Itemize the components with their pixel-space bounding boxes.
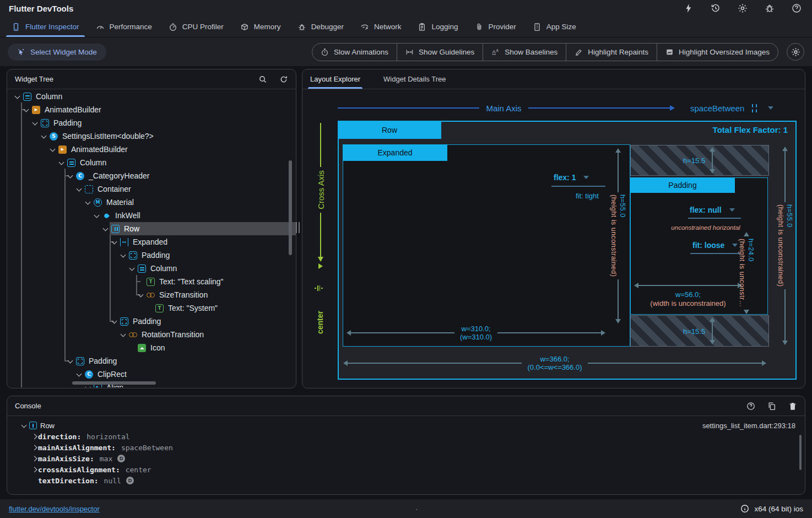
select-widget-mode-button[interactable]: Select Widget Mode	[8, 44, 106, 61]
chevron-right-icon[interactable]	[30, 466, 38, 473]
slow-animations-button[interactable]: Slow Animations	[312, 44, 397, 61]
tab-network[interactable]: Network	[352, 17, 410, 37]
tree-item[interactable]: _CategoryHeader	[7, 169, 296, 182]
widget-tree-scroll-area[interactable]: Column AnimatedBuilder	[7, 90, 296, 387]
chevron-down-icon[interactable]	[58, 159, 66, 166]
property-value: null	[104, 477, 121, 485]
highlight-repaints-button[interactable]: Highlight Repaints	[566, 44, 657, 61]
chevron-down-icon[interactable]	[14, 93, 21, 100]
tab-provider[interactable]: Provider	[467, 17, 524, 37]
chevron-down-icon[interactable]	[102, 225, 110, 233]
tree-item[interactable]: Padding	[7, 354, 296, 368]
tree-item[interactable]: Icon	[7, 341, 296, 354]
chevron-down-icon[interactable]	[23, 106, 30, 114]
tree-item[interactable]: AnimatedBuilder	[7, 143, 296, 156]
chevron-down-icon[interactable]	[31, 119, 39, 127]
show-guidelines-button[interactable]: Show Guidelines	[397, 44, 483, 61]
tab-cpu-profiler[interactable]: CPU Profiler	[160, 17, 232, 37]
settings-gear-icon[interactable]	[737, 3, 748, 14]
main-axis-alignment-dropdown[interactable]: spaceBetween	[690, 102, 773, 114]
tab-memory[interactable]: Memory	[232, 17, 289, 37]
vertical-scrollbar[interactable]	[289, 160, 292, 255]
padding-widget-tab[interactable]: Padding	[630, 177, 735, 193]
tree-item[interactable]: Column	[7, 90, 296, 103]
chevron-down-icon[interactable]	[84, 198, 92, 206]
tab-logging[interactable]: Logging	[409, 17, 466, 37]
chevron-down-icon[interactable]	[67, 172, 74, 180]
clear-console-icon[interactable]	[788, 402, 797, 411]
search-icon[interactable]	[258, 75, 267, 84]
tree-item[interactable]: Padding	[7, 315, 296, 328]
source-location-link[interactable]: settings_list_item.dart:293:18	[702, 422, 805, 430]
tree-item[interactable]: Padding	[7, 116, 296, 130]
chevron-down-icon[interactable]	[111, 238, 118, 246]
chevron-down-icon[interactable]	[67, 357, 74, 365]
history-icon[interactable]	[710, 3, 721, 14]
console-property-row[interactable]: mainAxisAlignment: spaceBetween	[7, 442, 805, 453]
tab-widget-details-tree[interactable]: Widget Details Tree	[383, 69, 446, 89]
tab-flutter-inspector[interactable]: Flutter Inspector	[3, 17, 88, 37]
console-property-row[interactable]: mainAxisSize: max D	[7, 453, 805, 464]
tree-item[interactable]: ClipRect	[7, 368, 296, 381]
tree-item[interactable]: SettingsListItem<double?>	[7, 130, 296, 143]
chevron-down-icon[interactable]	[137, 291, 145, 299]
horizontal-scrollbar[interactable]	[72, 381, 156, 385]
tree-item[interactable]: Column	[7, 156, 296, 169]
cross-axis-alignment-value[interactable]: center	[316, 311, 324, 334]
tree-item[interactable]: InkWell	[7, 209, 296, 222]
tab-performance[interactable]: Performance	[88, 17, 160, 37]
devtools-docs-link[interactable]: flutter.dev/devtools/inspector	[9, 505, 100, 513]
highlight-oversized-images-button[interactable]: Highlight Oversized Images	[657, 44, 778, 61]
tree-item[interactable]: Container	[7, 182, 296, 196]
tree-item[interactable]: Column	[7, 262, 296, 275]
expanded-widget-tab[interactable]: Expanded	[343, 144, 447, 161]
row-widget-tab[interactable]: Row	[338, 121, 441, 139]
hot-reload-icon[interactable]	[683, 3, 694, 14]
center-alignment-icon[interactable]	[315, 285, 323, 291]
console-help-icon[interactable]	[746, 402, 755, 411]
tree-item[interactable]: SizeTransition	[7, 288, 296, 301]
tree-item[interactable]: RotationTransition	[7, 328, 296, 341]
inspector-settings-button[interactable]	[787, 43, 804, 61]
info-icon[interactable]	[740, 504, 749, 513]
tab-app-size[interactable]: App Size	[524, 17, 584, 37]
chevron-down-icon[interactable]	[120, 331, 127, 338]
cross-axis-dropdown-chevron[interactable]	[318, 263, 323, 269]
tree-item[interactable]: Padding	[7, 249, 296, 262]
tree-item[interactable]: Text: "System"	[7, 301, 296, 315]
console-node-row[interactable]: Row settings_list_item.dart:293:18	[7, 420, 805, 431]
chevron-down-icon[interactable]	[120, 251, 127, 259]
expanded-flex-dropdown[interactable]: flex: 1	[554, 173, 589, 182]
console-property-row[interactable]: textDirection: null D	[7, 475, 805, 486]
chevron-right-icon[interactable]	[30, 433, 38, 440]
padding-fit-dropdown[interactable]: fit: loose	[692, 241, 738, 250]
chevron-down-icon[interactable]	[93, 212, 101, 219]
tree-item[interactable]: AnimatedBuilder	[7, 103, 296, 116]
report-bug-icon[interactable]	[764, 3, 775, 14]
chevron-right-icon[interactable]	[30, 455, 38, 462]
console-property-row[interactable]: crossAxisAlignment: center	[7, 464, 805, 475]
help-icon[interactable]	[791, 3, 802, 14]
chevron-down-icon[interactable]	[111, 317, 118, 325]
tree-item[interactable]: Text: "Text scaling"	[7, 275, 296, 288]
padding-flex-dropdown[interactable]: flex: null	[690, 206, 735, 214]
tree-item[interactable]: Material	[7, 196, 296, 209]
tree-item[interactable]: Row	[7, 222, 296, 235]
chevron-down-icon[interactable]	[75, 185, 83, 193]
console-content[interactable]: Row settings_list_item.dart:293:18 direc…	[7, 420, 805, 486]
console-scrollbar[interactable]	[799, 435, 802, 470]
tab-layout-explorer[interactable]: Layout Explorer	[310, 69, 360, 89]
console-property-row[interactable]: direction: horizontal	[7, 431, 805, 442]
tree-item[interactable]: Expanded	[7, 235, 296, 249]
chevron-down-icon[interactable]	[128, 265, 136, 272]
copy-icon[interactable]	[767, 402, 776, 411]
panel-splitter[interactable]	[296, 222, 300, 233]
chevron-down-icon[interactable]	[75, 370, 83, 378]
chevron-right-icon[interactable]	[30, 444, 38, 451]
chevron-down-icon[interactable]	[40, 132, 48, 140]
refresh-icon[interactable]	[279, 75, 288, 84]
chevron-down-icon[interactable]	[20, 422, 28, 429]
chevron-down-icon[interactable]	[49, 145, 57, 153]
tab-debugger[interactable]: Debugger	[289, 17, 352, 37]
show-baselines-button[interactable]: AA Show Baselines	[483, 44, 566, 61]
